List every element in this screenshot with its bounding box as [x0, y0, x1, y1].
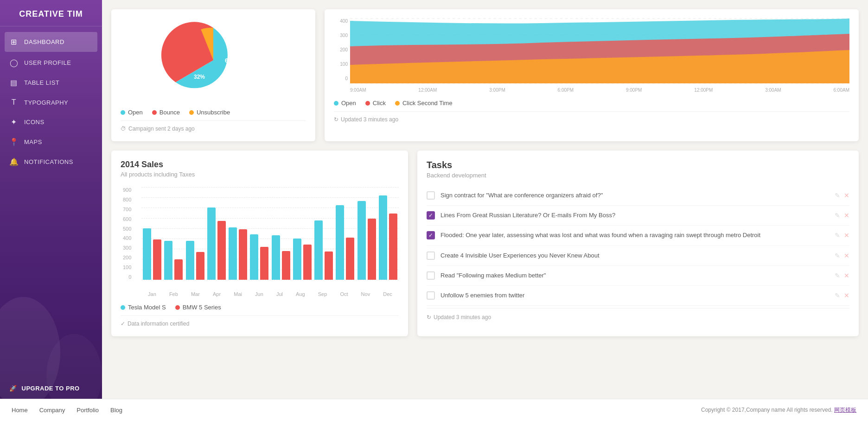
task-checkbox-2[interactable]: ✓ [427, 211, 435, 220]
bar-group-dec [379, 195, 397, 280]
footer-link-portfolio[interactable]: Portfolio [77, 407, 99, 414]
sidebar-item-dashboard[interactable]: ⊞ DASHBOARD [5, 32, 97, 52]
area-x-axis: 9:00AM 12:00AM 3:00PM 6:00PM 9:00PM 12:0… [350, 88, 849, 93]
task-text-2: Lines From Great Russian Literature? Or … [440, 211, 829, 220]
task-edit-1[interactable]: ✎ [835, 192, 840, 199]
legend-bmw: BMW 5 Series [175, 304, 221, 311]
bar-bmw-sep [325, 251, 333, 280]
sales-legend: Tesla Model S BMW 5 Series [121, 304, 399, 311]
legend-area-click: Click [365, 100, 386, 107]
task-edit-6[interactable]: ✎ [835, 292, 840, 299]
task-delete-5[interactable]: ✕ [844, 272, 849, 279]
sidebar-item-label: TABLE LIST [24, 79, 59, 86]
rocket-icon: 🚀 [9, 385, 17, 392]
pie-footer-text: ⏱ Campaign sent 2 days ago [121, 126, 306, 132]
tasks-list: Sign contract for "What are conference o… [427, 186, 849, 306]
sales-card: 2014 Sales All products including Taxes … [111, 151, 408, 336]
tesla-label: Tesla Model S [128, 304, 166, 311]
refresh-icon: ↻ [334, 116, 338, 123]
task-checkbox-1[interactable] [427, 191, 435, 200]
task-delete-2[interactable]: ✕ [844, 212, 849, 219]
open-dot [121, 110, 125, 115]
sidebar-item-table-list[interactable]: ▤ TABLE LIST [0, 73, 102, 93]
check-icon: ✓ [121, 320, 125, 327]
task-delete-1[interactable]: ✕ [844, 192, 849, 199]
bar-group-mai [229, 227, 247, 280]
sidebar: CREATIVE TIM ⊞ DASHBOARD ◯ USER PROFILE … [0, 0, 102, 399]
task-edit-3[interactable]: ✎ [835, 232, 840, 239]
typography-icon: T [9, 98, 19, 107]
tasks-subtitle: Backend development [427, 172, 849, 179]
sidebar-item-typography[interactable]: T TYPOGRAPHY [0, 93, 102, 112]
sales-title: 2014 Sales [121, 160, 399, 170]
footer: HomeCompanyPortfolioBlog Copyright © 201… [0, 399, 868, 421]
area-card-footer: ↻ Updated 3 minutes ago [334, 111, 849, 123]
charts-row: 62% 32% Open Bounce Unsubscri [111, 9, 859, 141]
task-edit-2[interactable]: ✎ [835, 212, 840, 219]
task-checkbox-6[interactable] [427, 291, 435, 300]
task-text-5: Read "Following makes Medium better" [440, 271, 829, 280]
bar-bmw-dec [389, 214, 397, 280]
area-card: 400 300 200 100 0 [325, 9, 859, 141]
task-item-5: Read "Following makes Medium better"✎✕ [427, 266, 849, 286]
maps-icon: 📍 [9, 138, 19, 146]
task-checkbox-4[interactable] [427, 251, 435, 260]
sidebar-item-label: TYPOGRAPHY [24, 99, 68, 106]
legend-tesla: Tesla Model S [121, 304, 166, 311]
sidebar-item-label: NOTIFICATIONS [24, 158, 73, 165]
bmw-label: BMW 5 Series [183, 304, 221, 311]
task-actions-5: ✎✕ [835, 272, 849, 279]
notifications-icon: 🔔 [9, 157, 19, 166]
sidebar-item-maps[interactable]: 📍 MAPS [0, 132, 102, 152]
legend-area-click2: Click Second Time [395, 100, 453, 107]
bar-group-oct [336, 205, 354, 280]
task-edit-4[interactable]: ✎ [835, 252, 840, 259]
upgrade-section: 🚀 UPGRADE TO PRO [0, 378, 102, 399]
bottom-row: 2014 Sales All products including Taxes … [111, 151, 859, 336]
bar-chart-wrapper: 900 800 700 600 500 400 300 200 100 0 [121, 187, 399, 297]
area-click-label: Click [373, 100, 386, 107]
bar-x-labels: JanFebMarAprMaiJunJulAugSepOctNovDec [141, 291, 399, 297]
task-delete-4[interactable]: ✕ [844, 252, 849, 259]
pie-legend: Open Bounce Unsubscribe [121, 109, 306, 116]
bar-tesla-jul [272, 235, 280, 280]
footer-link-home[interactable]: Home [12, 407, 28, 414]
upgrade-button[interactable]: 🚀 UPGRADE TO PRO [9, 385, 93, 392]
sidebar-item-notifications[interactable]: 🔔 NOTIFICATIONS [0, 152, 102, 172]
sales-footer-text: ✓ Data information certified [121, 320, 399, 327]
bar-tesla-mar [186, 241, 194, 280]
brand-logo: CREATIVE TIM [0, 0, 102, 26]
pie-card-footer: ⏱ Campaign sent 2 days ago [121, 120, 306, 132]
task-edit-5[interactable]: ✎ [835, 272, 840, 279]
bar-group-apr [207, 207, 226, 280]
task-text-4: Create 4 Invisible User Experiences you … [440, 251, 829, 260]
sidebar-item-icons[interactable]: ✦ ICONS [0, 112, 102, 132]
footer-link[interactable]: 网页模板 [834, 407, 856, 413]
bar-group-sep [314, 220, 333, 280]
bar-tesla-apr [207, 207, 216, 280]
bar-bmw-feb [174, 259, 183, 280]
area-footer-text: ↻ Updated 3 minutes ago [334, 116, 849, 123]
legend-open: Open [121, 109, 143, 116]
task-checkbox-5[interactable] [427, 271, 435, 280]
task-item-6: Unfollow 5 enemies from twitter✎✕ [427, 286, 849, 306]
sidebar-item-user-profile[interactable]: ◯ USER PROFILE [0, 53, 102, 73]
task-item-4: Create 4 Invisible User Experiences you … [427, 246, 849, 266]
task-actions-2: ✎✕ [835, 212, 849, 219]
bar-tesla-oct [336, 205, 344, 280]
user-icon: ◯ [9, 58, 19, 67]
unsubscribe-dot [189, 110, 194, 115]
footer-link-company[interactable]: Company [39, 407, 65, 414]
pie-label-32: 32% [194, 74, 205, 80]
main-content: 62% 32% Open Bounce Unsubscri [102, 0, 868, 399]
task-delete-6[interactable]: ✕ [844, 292, 849, 299]
footer-link-blog[interactable]: Blog [110, 407, 122, 414]
task-actions-4: ✎✕ [835, 252, 849, 259]
task-item-2: ✓Lines From Great Russian Literature? Or… [427, 206, 849, 226]
bar-bmw-jun [260, 247, 268, 280]
task-actions-6: ✎✕ [835, 292, 849, 299]
bar-tesla-feb [164, 241, 172, 280]
legend-area-open: Open [334, 100, 356, 107]
task-delete-3[interactable]: ✕ [844, 232, 849, 239]
task-checkbox-3[interactable]: ✓ [427, 231, 435, 239]
